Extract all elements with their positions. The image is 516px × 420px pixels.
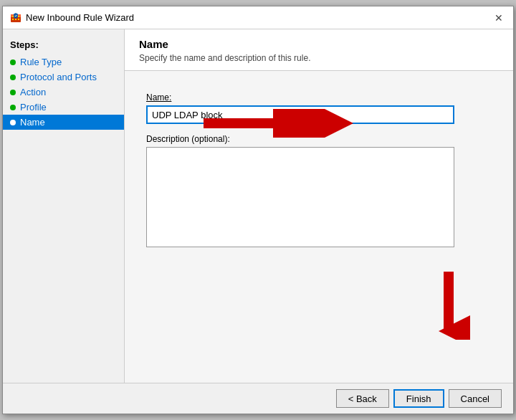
svg-rect-7: [18, 19, 19, 20]
dialog-title: New Inbound Rule Wizard: [26, 12, 134, 23]
title-bar: New Inbound Rule Wizard ✕: [3, 6, 513, 29]
sidebar: Steps: Rule Type Protocol and Ports Acti…: [3, 29, 125, 383]
page-subtitle: Specify the name and description of this…: [139, 53, 499, 63]
dialog-body: Steps: Rule Type Protocol and Ports Acti…: [3, 29, 513, 383]
sidebar-label-action: Action: [20, 87, 46, 97]
sidebar-label-name: Name: [20, 117, 45, 128]
svg-rect-4: [18, 16, 19, 17]
title-bar-left: New Inbound Rule Wizard: [10, 12, 134, 24]
description-textarea[interactable]: [146, 147, 454, 247]
sidebar-item-profile[interactable]: Profile: [3, 100, 124, 115]
name-label: Name:: [146, 92, 492, 102]
sidebar-label-profile: Profile: [20, 102, 47, 113]
finish-button[interactable]: Finish: [393, 389, 444, 408]
arrow-vertical: [427, 268, 470, 340]
sidebar-label-rule-type: Rule Type: [20, 57, 62, 67]
page-title: Name: [139, 38, 499, 50]
dot-rule-type: [10, 59, 16, 65]
firewall-icon: [10, 12, 22, 24]
dot-profile: [10, 105, 16, 110]
main-content: Name Specify the name and description of…: [125, 29, 513, 383]
main-header: Name Specify the name and description of…: [125, 29, 513, 71]
dot-action: [10, 90, 16, 95]
dot-name: [10, 120, 16, 125]
svg-rect-6: [15, 19, 16, 20]
dialog: New Inbound Rule Wizard ✕ Steps: Rule Ty…: [2, 6, 514, 414]
close-button[interactable]: ✕: [492, 11, 506, 25]
sidebar-item-rule-type[interactable]: Rule Type: [3, 54, 124, 70]
cancel-button[interactable]: Cancel: [449, 389, 502, 408]
sidebar-label-protocol-ports: Protocol and Ports: [20, 72, 97, 82]
footer: < Back Finish Cancel: [3, 383, 513, 414]
dot-protocol-ports: [10, 75, 16, 80]
form-area: Name: Description (optional):: [125, 71, 513, 383]
svg-rect-5: [12, 19, 14, 20]
steps-label: Steps:: [3, 37, 124, 54]
sidebar-item-protocol-ports[interactable]: Protocol and Ports: [3, 70, 124, 85]
back-button[interactable]: < Back: [336, 389, 389, 408]
desc-field-group: Description (optional):: [146, 134, 492, 247]
sidebar-item-name[interactable]: Name: [3, 115, 124, 130]
sidebar-item-action[interactable]: Action: [3, 85, 124, 100]
arrow-horizontal: [196, 109, 354, 138]
svg-rect-2: [12, 16, 14, 17]
